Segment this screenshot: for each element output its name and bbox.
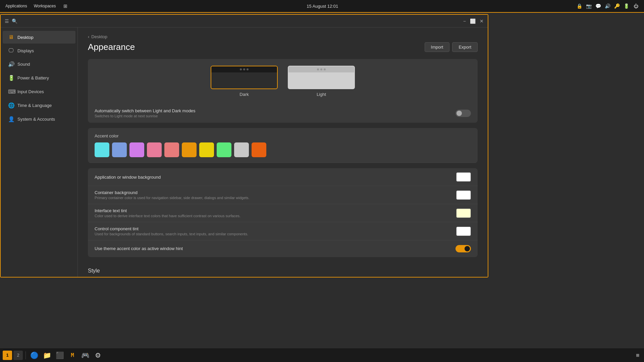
- light-dot-3: [324, 68, 326, 70]
- control-component-tint-info: Control component tint Used for backgrou…: [95, 226, 456, 236]
- page-header: Appearance Import Export: [88, 42, 478, 52]
- power-icon[interactable]: ⏻: [633, 3, 639, 9]
- close-button[interactable]: ✕: [480, 18, 484, 24]
- chat-icon[interactable]: 💬: [596, 3, 601, 9]
- accent-window-hint-label: Use theme accent color as active window …: [95, 246, 455, 251]
- accent-color-8[interactable]: [234, 142, 249, 157]
- accent-color-3[interactable]: [147, 142, 162, 157]
- light-theme-preview: [288, 66, 355, 89]
- search-icon[interactable]: 🔍: [12, 18, 17, 24]
- interface-text-tint-row: Interface text tint Color used to derive…: [88, 204, 478, 222]
- sidebar-item-time-language[interactable]: 🌐 Time & Language: [3, 99, 75, 112]
- taskbar-app-2[interactable]: ⬛: [54, 350, 65, 361]
- auto-switch-label: Automatically switch between Light and D…: [95, 108, 455, 113]
- style-section-title: Style: [88, 262, 478, 277]
- system-accounts-icon: 👤: [8, 116, 14, 122]
- auto-switch-toggle[interactable]: [455, 110, 471, 117]
- accent-color-7[interactable]: [217, 142, 231, 157]
- accent-color-9[interactable]: [252, 142, 266, 157]
- taskbar-app-icon-2: ⬛: [56, 351, 64, 359]
- control-component-tint-label: Control component tint: [95, 226, 456, 231]
- accent-window-hint-row: Use theme accent color as active window …: [88, 240, 478, 257]
- grid-icon[interactable]: ⊞: [63, 3, 68, 9]
- accent-window-hint-toggle[interactable]: [455, 245, 471, 252]
- sidebar-label-input-devices: Input Devices: [17, 89, 44, 94]
- theme-option-light[interactable]: Light: [288, 66, 355, 97]
- taskbar-right: ▦: [634, 352, 641, 358]
- accent-color-5[interactable]: [182, 142, 197, 157]
- power-battery-icon: 🔋: [8, 75, 14, 81]
- container-bg-info: Container background Primary container c…: [95, 190, 456, 200]
- taskbar-app-0[interactable]: 🔵: [29, 350, 40, 361]
- accent-color-2[interactable]: [129, 142, 144, 157]
- interface-text-tint-swatch[interactable]: [456, 208, 471, 218]
- taskbar-app-3[interactable]: M: [67, 350, 78, 361]
- sidebar-label-system-accounts: System & Accounts: [17, 117, 55, 122]
- theme-option-dark[interactable]: Dark: [211, 66, 278, 97]
- container-bg-swatch[interactable]: [456, 190, 471, 200]
- sidebar-item-displays[interactable]: 🖵 Displays: [3, 44, 75, 57]
- sidebar-item-desktop[interactable]: 🖥 Desktop: [3, 31, 75, 44]
- container-bg-row: Container background Primary container c…: [88, 186, 478, 204]
- applications-menu[interactable]: Applications: [5, 4, 27, 8]
- accent-color-card: Accent color: [88, 128, 478, 163]
- key-icon[interactable]: 🔑: [614, 3, 620, 9]
- breadcrumb: ‹ Desktop: [88, 34, 478, 39]
- taskbar-app-icon-3: M: [71, 352, 74, 358]
- import-button[interactable]: Import: [425, 42, 450, 52]
- sidebar-item-input-devices[interactable]: ⌨ Input Devices: [3, 85, 75, 98]
- app-window-bg-label: Application or window background: [95, 175, 456, 180]
- workspaces-menu[interactable]: Workspaces: [34, 4, 56, 8]
- sidebar-item-system-accounts[interactable]: 👤 System & Accounts: [3, 113, 75, 126]
- taskbar-app-4[interactable]: 🎮: [79, 350, 91, 361]
- interface-text-tint-info: Interface text tint Color used to derive…: [95, 208, 456, 218]
- volume-icon[interactable]: 🔊: [605, 3, 610, 9]
- app-window-bg-info: Application or window background: [95, 175, 456, 180]
- taskbar-app-5[interactable]: ⚙: [92, 350, 104, 361]
- accent-window-hint-info: Use theme accent color as active window …: [95, 246, 455, 252]
- sidebar-label-desktop: Desktop: [17, 35, 34, 40]
- control-component-tint-swatch[interactable]: [456, 227, 471, 236]
- sound-icon: 🔊: [8, 61, 14, 67]
- menu-icon[interactable]: ☰: [5, 18, 9, 24]
- page-title: Appearance: [88, 42, 135, 52]
- taskbar: 1 2 🔵 📁 ⬛ M 🎮 ⚙ ▦: [0, 348, 644, 362]
- accent-color-1[interactable]: [112, 142, 127, 157]
- displays-icon: 🖵: [8, 48, 14, 54]
- time-language-icon: 🌐: [8, 102, 14, 109]
- accent-color-0[interactable]: [95, 142, 109, 157]
- app-window-bg-swatch[interactable]: [456, 172, 471, 182]
- topbar: Applications Workspaces ⊞ 15 August 12:0…: [0, 0, 644, 13]
- lock-icon[interactable]: 🔒: [577, 3, 582, 9]
- main-content: ‹ Desktop Appearance Import Export: [78, 27, 488, 277]
- sidebar-item-power-battery[interactable]: 🔋 Power & Battery: [3, 71, 75, 84]
- taskbar-divider: [25, 351, 26, 359]
- topbar-right: 🔒 📷 💬 🔊 🔑 🔋 ⏻: [577, 3, 639, 9]
- accent-section: Accent color: [88, 128, 478, 163]
- interface-text-tint-sublabel: Color used to derive interface text colo…: [95, 214, 456, 218]
- maximize-button[interactable]: ⬜: [470, 18, 476, 24]
- header-actions: Import Export: [425, 42, 478, 52]
- battery-icon[interactable]: 🔋: [624, 3, 629, 9]
- light-dot-1: [317, 68, 319, 70]
- minimize-button[interactable]: −: [463, 18, 466, 24]
- dark-dot-3: [247, 68, 249, 70]
- sidebar-item-sound[interactable]: 🔊 Sound: [3, 58, 75, 71]
- accent-color-6[interactable]: [199, 142, 214, 157]
- theme-selector: Dark Light: [88, 59, 478, 104]
- screenshot-icon[interactable]: 📷: [586, 3, 592, 9]
- workspace-2[interactable]: 2: [13, 351, 23, 360]
- window-titlebar: ☰ 🔍 − ⬜ ✕: [1, 15, 488, 27]
- workspace-1[interactable]: 1: [3, 351, 12, 360]
- auto-switch-info: Automatically switch between Light and D…: [95, 108, 455, 118]
- taskbar-app-1[interactable]: 📁: [41, 350, 53, 361]
- topbar-left: Applications Workspaces ⊞: [5, 3, 68, 9]
- taskbar-app-icon-5: ⚙: [95, 351, 101, 359]
- auto-switch-sublabel: Switches to Light mode at next sunrise: [95, 114, 455, 118]
- export-button[interactable]: Export: [452, 42, 478, 52]
- window-body: 🖥 Desktop 🖵 Displays 🔊 Sound 🔋 Power & B…: [1, 27, 488, 277]
- desktop-icon: 🖥: [8, 34, 14, 40]
- breadcrumb-parent[interactable]: Desktop: [91, 34, 107, 39]
- accent-color-4[interactable]: [164, 142, 179, 157]
- light-theme-bar: [288, 66, 354, 72]
